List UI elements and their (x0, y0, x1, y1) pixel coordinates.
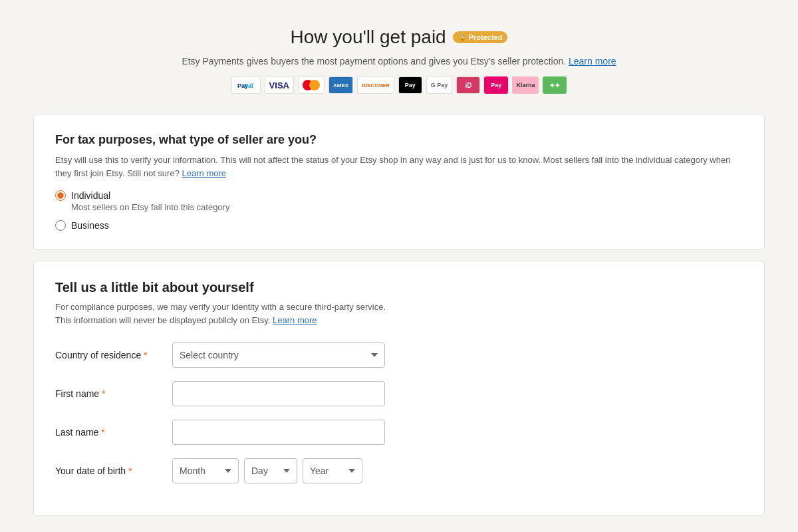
about-card-title: Tell us a little bit about yourself (55, 280, 743, 295)
header-section: How you'll get paid 🔒 Protected Etsy Pay… (33, 27, 765, 94)
payment-icon-googlepay: G Pay (426, 76, 453, 94)
payment-icon-paypal: PayPal (231, 76, 261, 94)
tax-learn-more-link[interactable]: Learn more (182, 168, 226, 178)
first-name-field: First name * (55, 381, 743, 406)
first-name-label: First name * (55, 388, 162, 399)
payment-icon-mastercard (298, 76, 325, 94)
header-learn-more-link[interactable]: Learn more (569, 56, 616, 66)
day-select[interactable]: Day (244, 458, 297, 483)
tax-card-desc: Etsy will use this to verify your inform… (55, 154, 743, 180)
seller-type-radio-group: Individual Most sellers on Etsy fall int… (55, 190, 743, 231)
payment-icon-visa: VISA (265, 76, 294, 94)
about-card: Tell us a little bit about yourself For … (33, 261, 765, 516)
individual-label: Individual (71, 190, 110, 201)
last-name-input[interactable] (172, 420, 385, 445)
header-description: Etsy Payments gives buyers the most paym… (33, 55, 765, 68)
first-name-input[interactable] (172, 381, 385, 406)
month-select[interactable]: Month JanuaryFebruaryMarch AprilMayJune … (172, 458, 239, 483)
country-select[interactable]: Select country (172, 342, 385, 368)
individual-option: Individual Most sellers on Etsy fall int… (55, 190, 743, 212)
last-name-required-star: * (101, 427, 104, 438)
last-name-label: Last name * (55, 427, 162, 438)
business-label: Business (71, 220, 109, 231)
protected-badge: 🔒 Protected (453, 31, 508, 43)
tax-card-title: For tax purposes, what type of seller ar… (55, 133, 743, 147)
page-title: How you'll get paid (291, 27, 446, 48)
payment-icon-sofort: Pay (484, 76, 508, 94)
payment-icon-amex: AMEX (329, 76, 353, 94)
page-container: How you'll get paid 🔒 Protected Etsy Pay… (33, 27, 765, 527)
first-name-required-star: * (102, 388, 105, 399)
country-label: Country of residence * (55, 350, 162, 360)
business-radio-label[interactable]: Business (55, 220, 743, 231)
payment-icon-discover: DISCOVER (357, 76, 394, 94)
about-card-desc: For compliance purposes, we may verify y… (55, 301, 743, 327)
payment-icon-green: ✦✦ (543, 76, 567, 94)
individual-sublabel: Most sellers on Etsy fall into this cate… (71, 202, 743, 212)
tax-card: For tax purposes, what type of seller ar… (33, 114, 765, 250)
business-radio[interactable] (55, 220, 66, 231)
date-fields-group: Month JanuaryFebruaryMarch AprilMayJune … (172, 458, 362, 483)
payment-icon-ideal: iD (456, 76, 480, 94)
payment-icon-applepay: Pay (398, 76, 422, 94)
dob-label: Your date of birth * (55, 466, 162, 476)
last-name-field: Last name * (55, 420, 743, 445)
about-learn-more-link[interactable]: Learn more (273, 315, 317, 325)
country-required-star: * (144, 350, 147, 360)
payment-icon-klarna: Klarna (512, 76, 539, 94)
dob-field: Your date of birth * Month JanuaryFebrua… (55, 458, 743, 483)
header-title-row: How you'll get paid 🔒 Protected (33, 27, 765, 48)
country-field: Country of residence * Select country (55, 342, 743, 368)
individual-radio[interactable] (55, 190, 66, 201)
payment-icons-row: PayPal VISA AMEX DISCOVER Pay G Pay iD P (33, 76, 765, 94)
year-select[interactable]: Year (303, 458, 362, 483)
individual-radio-label[interactable]: Individual (55, 190, 743, 201)
dob-required-star: * (128, 466, 132, 476)
lock-icon: 🔒 (458, 34, 466, 41)
svg-text:Pal: Pal (244, 82, 253, 89)
business-option: Business (55, 220, 743, 231)
